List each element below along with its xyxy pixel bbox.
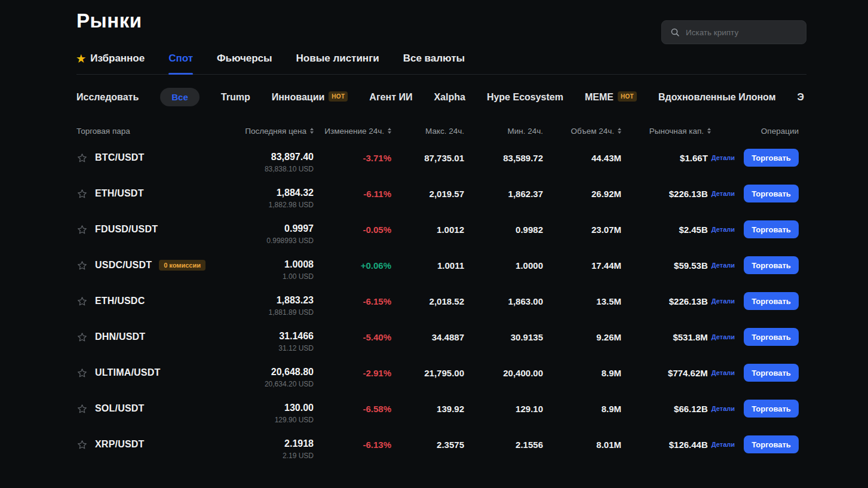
markets-page: Рынки ★ Избранное Спот Фьючерсы Новые ли… xyxy=(0,10,868,462)
last-price: 1.0008 xyxy=(284,259,314,271)
table-row[interactable]: ULTIMA/USDT 20,648.80 20,634.20 USD -2.9… xyxy=(76,355,806,391)
high-24h: 21,795.00 xyxy=(391,368,464,378)
last-price-usd: 31.12 USD xyxy=(278,343,314,353)
favorite-star-icon[interactable] xyxy=(76,332,88,343)
favorite-star-icon[interactable] xyxy=(76,188,88,200)
favorite-star-icon[interactable] xyxy=(76,152,88,164)
col-last-price[interactable]: Последняя цена xyxy=(233,127,314,136)
tab-label: Все валюты xyxy=(403,53,465,65)
pair-name: ULTIMA/USDT xyxy=(95,367,160,378)
market-cap: $1.66T xyxy=(680,153,708,163)
filter-hype-ecosystem[interactable]: Hype Ecosystem xyxy=(487,92,563,103)
pair-name: XRP/USDT xyxy=(95,439,145,450)
col-market-cap[interactable]: Рыночная кап. xyxy=(621,127,735,136)
trade-button[interactable]: Торговать xyxy=(744,328,799,346)
high-24h: 87,735.01 xyxy=(391,153,464,163)
table-row[interactable]: DHN/USDT 31.1466 31.12 USD -5.40% 34.488… xyxy=(76,319,806,355)
trade-button[interactable]: Торговать xyxy=(744,149,799,167)
market-cap: $2.45B xyxy=(679,225,707,235)
details-link[interactable]: Детали xyxy=(711,297,735,305)
details-link[interactable]: Детали xyxy=(711,369,735,376)
col-label: Последняя цена xyxy=(245,127,306,136)
favorite-star-icon[interactable] xyxy=(76,403,88,415)
filter-elon-inspired[interactable]: Вдохновленные Илоном xyxy=(658,92,776,103)
trade-button[interactable]: Торговать xyxy=(744,400,799,418)
col-label: Изменение 24ч. xyxy=(324,127,384,136)
price-block: 31.1466 31.12 USD xyxy=(278,330,314,353)
details-link[interactable]: Детали xyxy=(711,226,735,233)
details-link[interactable]: Детали xyxy=(711,262,735,269)
last-price: 1,884.32 xyxy=(277,187,314,199)
details-link[interactable]: Детали xyxy=(711,441,735,448)
tab-spot[interactable]: Спот xyxy=(168,53,193,74)
tab-new-listings[interactable]: Новые листинги xyxy=(296,53,379,74)
search-input[interactable] xyxy=(686,28,798,37)
price-block: 1.0008 1.00 USD xyxy=(283,259,314,281)
table-row[interactable]: XRP/USDT 2.1918 2.19 USD -6.13% 2.3575 2… xyxy=(76,426,806,462)
change-24h: -6.58% xyxy=(314,404,391,414)
table-row[interactable]: ETH/USDC 1,883.23 1,881.89 USD -6.15% 2,… xyxy=(76,283,806,319)
table-row[interactable]: FDUSD/USDT 0.9997 0.998993 USD -0.05% 1.… xyxy=(76,211,806,247)
table-row[interactable]: BTC/USDT 83,897.40 83,838.10 USD -3.71% … xyxy=(76,140,806,176)
star-icon: ★ xyxy=(76,54,85,64)
filter-xalpha[interactable]: Xalpha xyxy=(434,92,465,103)
pair-name: ETH/USDC xyxy=(95,296,145,306)
pair-name: USDC/USDT xyxy=(95,260,152,271)
tab-futures[interactable]: Фьючерсы xyxy=(217,53,272,74)
volume-24h: 9.26M xyxy=(543,332,621,342)
table-row[interactable]: ETH/USDT 1,884.32 1,882.98 USD -6.11% 2,… xyxy=(76,176,806,211)
table-row[interactable]: USDC/USDT 0 комиссии 1.0008 1.00 USD +0.… xyxy=(76,247,806,283)
favorite-star-icon[interactable] xyxy=(76,224,88,235)
volume-24h: 8.9M xyxy=(543,368,621,378)
filter-label: MEME xyxy=(585,92,614,103)
trade-button[interactable]: Торговать xyxy=(744,256,799,274)
price-block: 0.9997 0.998993 USD xyxy=(266,223,314,245)
tab-favorites[interactable]: ★ Избранное xyxy=(76,53,145,74)
details-link[interactable]: Детали xyxy=(711,333,735,340)
last-price-usd: 83,838.10 USD xyxy=(265,164,314,174)
low-24h: 1,862.37 xyxy=(464,189,543,199)
filter-all[interactable]: Все xyxy=(160,88,200,106)
pair-name: DHN/USDT xyxy=(95,332,145,342)
market-cap: $66.12B xyxy=(674,404,708,414)
last-price: 83,897.40 xyxy=(271,151,314,163)
last-price-usd: 1,882.98 USD xyxy=(269,200,314,210)
filter-innovations[interactable]: Инновации HOT xyxy=(272,92,348,103)
filter-explore[interactable]: Исследовать xyxy=(76,92,139,103)
price-block: 1,883.23 1,881.89 USD xyxy=(269,294,314,317)
trade-button[interactable]: Торговать xyxy=(744,292,799,310)
filter-meme[interactable]: MEME HOT xyxy=(585,92,637,103)
favorite-star-icon[interactable] xyxy=(76,296,88,307)
details-link[interactable]: Детали xyxy=(711,190,735,197)
favorite-star-icon[interactable] xyxy=(76,439,88,450)
filter-ai-agent[interactable]: Агент ИИ xyxy=(369,92,412,103)
volume-24h: 8.9M xyxy=(543,404,621,414)
trade-button[interactable]: Торговать xyxy=(744,435,799,453)
last-price: 31.1466 xyxy=(279,330,314,342)
tab-label: Спот xyxy=(168,53,193,65)
sort-icon[interactable] xyxy=(707,128,711,134)
trade-button[interactable]: Торговать xyxy=(744,220,799,238)
col-volume-24h[interactable]: Объем 24ч. xyxy=(543,127,621,136)
volume-24h: 8.01M xyxy=(543,440,621,450)
table-row[interactable]: SOL/USDT 130.00 129.90 USD -6.58% 139.92… xyxy=(76,391,806,426)
trade-button[interactable]: Торговать xyxy=(744,364,799,382)
market-tabs: ★ Избранное Спот Фьючерсы Новые листинги… xyxy=(76,53,806,75)
market-table-body: BTC/USDT 83,897.40 83,838.10 USD -3.71% … xyxy=(76,140,806,462)
details-link[interactable]: Детали xyxy=(711,405,735,412)
price-block: 1,884.32 1,882.98 USD xyxy=(269,187,314,210)
tab-label: Новые листинги xyxy=(296,53,379,65)
filter-overflow[interactable]: Э xyxy=(798,92,804,103)
search-box[interactable] xyxy=(661,20,806,44)
col-change-24h[interactable]: Изменение 24ч. xyxy=(314,127,391,136)
tab-all-currencies[interactable]: Все валюты xyxy=(403,53,465,74)
favorite-star-icon[interactable] xyxy=(76,367,88,379)
filter-trump[interactable]: Trump xyxy=(221,92,250,103)
high-24h: 34.4887 xyxy=(391,332,464,342)
last-price: 1,883.23 xyxy=(277,294,314,306)
search-icon xyxy=(670,27,680,37)
trade-button[interactable]: Торговать xyxy=(744,185,799,202)
high-24h: 1.0011 xyxy=(391,260,464,271)
details-link[interactable]: Детали xyxy=(711,154,735,161)
favorite-star-icon[interactable] xyxy=(76,260,88,271)
